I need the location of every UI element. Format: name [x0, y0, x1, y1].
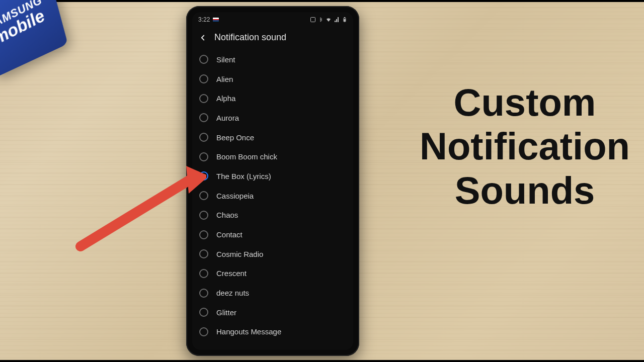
status-bar: 3:22: [192, 12, 353, 27]
sound-list[interactable]: SilentAlienAlphaAuroraBeep OnceBoom Boom…: [192, 50, 353, 350]
radio-icon[interactable]: [199, 133, 208, 142]
sound-option[interactable]: Cassiopeia: [192, 186, 353, 206]
radio-icon[interactable]: [199, 249, 208, 258]
phone-frame: 3:22 Notification sound SilentAlienAlpha…: [186, 6, 359, 356]
signal-icon: [334, 17, 340, 23]
radio-icon[interactable]: [199, 289, 208, 298]
sound-option[interactable]: Contact: [192, 225, 353, 244]
radio-icon[interactable]: [199, 211, 208, 220]
sound-option[interactable]: Glitter: [192, 303, 353, 322]
bluetooth-icon: [318, 17, 323, 23]
wifi-icon: [325, 17, 332, 23]
caption-line-3: Sounds: [420, 168, 630, 212]
radio-icon[interactable]: [199, 113, 208, 122]
sound-label: Aurora: [216, 114, 239, 122]
sound-label: Alpha: [216, 94, 235, 103]
sound-label: Contact: [216, 230, 243, 239]
radio-icon[interactable]: [199, 171, 208, 180]
sound-label: Silent: [216, 55, 235, 64]
sound-option[interactable]: Boom Boom chick: [192, 147, 353, 166]
radio-icon[interactable]: [199, 230, 208, 239]
status-time: 3:22: [198, 16, 210, 23]
radio-icon[interactable]: [199, 55, 208, 64]
caption-line-2: Notification: [420, 124, 630, 168]
sound-option[interactable]: Aurora: [192, 108, 353, 128]
svg-rect-2: [344, 17, 345, 18]
sound-label: Glitter: [216, 308, 236, 317]
samsung-cube-prop: SAMSUNG mobile: [0, 0, 102, 97]
sound-option[interactable]: The Box (Lyrics): [192, 166, 353, 186]
sound-label: The Box (Lyrics): [216, 172, 271, 180]
radio-icon[interactable]: [199, 308, 208, 317]
sound-label: Cassiopeia: [216, 192, 254, 200]
radio-icon[interactable]: [199, 94, 208, 103]
battery-icon: [342, 16, 347, 23]
sound-label: Hangouts Message: [216, 327, 281, 336]
letterbox-bottom: [0, 360, 644, 362]
page-title: Notification sound: [214, 32, 286, 43]
sound-label: Chaos: [216, 211, 238, 219]
sound-label: Beep Once: [216, 133, 254, 142]
radio-icon[interactable]: [199, 269, 208, 278]
thumbnail-caption: Custom Notification Sounds: [420, 80, 630, 212]
back-icon[interactable]: [198, 33, 207, 42]
radio-icon[interactable]: [199, 152, 208, 161]
sound-option[interactable]: Cosmic Radio: [192, 244, 353, 264]
letterbox-top: [0, 0, 644, 2]
svg-rect-0: [311, 18, 315, 22]
flag-icon: [213, 18, 219, 22]
sound-option[interactable]: Alien: [192, 69, 353, 89]
sound-option[interactable]: Silent: [192, 50, 353, 69]
svg-rect-3: [344, 19, 346, 21]
sound-option[interactable]: Crescent: [192, 264, 353, 284]
sound-option[interactable]: Hangouts Message: [192, 322, 353, 342]
sound-option[interactable]: Alpha: [192, 88, 353, 108]
sound-label: Crescent: [216, 269, 247, 278]
caption-line-1: Custom: [420, 80, 630, 124]
settings-header: Notification sound: [192, 27, 353, 50]
sound-option[interactable]: Beep Once: [192, 128, 353, 147]
sound-label: Boom Boom chick: [216, 152, 277, 161]
radio-icon[interactable]: [199, 74, 208, 83]
phone-screen: 3:22 Notification sound SilentAlienAlpha…: [192, 12, 353, 350]
radio-icon[interactable]: [199, 327, 208, 336]
sound-label: deez nuts: [216, 289, 249, 297]
svg-line-4: [80, 176, 196, 246]
sound-option[interactable]: deez nuts: [192, 283, 353, 303]
nfc-icon: [310, 17, 316, 23]
sound-option[interactable]: Chaos: [192, 206, 353, 225]
sound-label: Alien: [216, 75, 233, 83]
radio-icon[interactable]: [199, 191, 208, 200]
sound-label: Cosmic Radio: [216, 250, 263, 258]
